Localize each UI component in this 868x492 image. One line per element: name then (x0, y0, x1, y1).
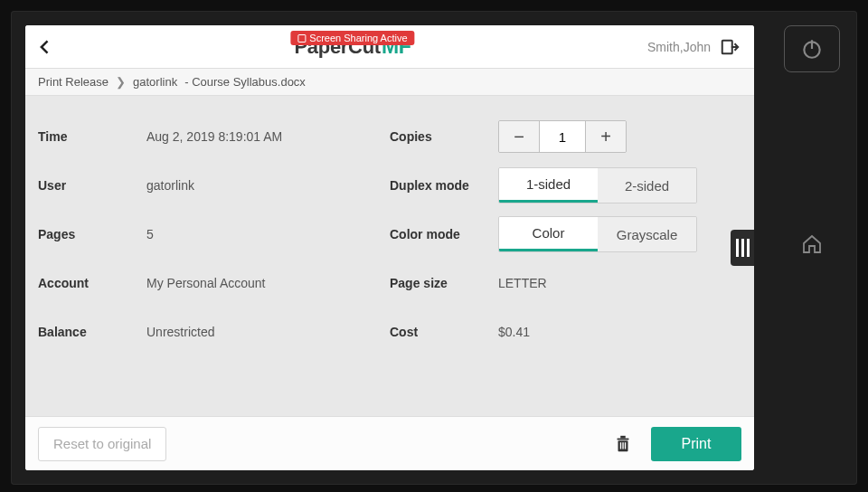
svg-rect-4 (618, 438, 629, 440)
pages-value: 5 (146, 227, 154, 241)
svg-rect-5 (620, 435, 626, 438)
time-value: Aug 2, 2019 8:19:01 AM (146, 129, 282, 144)
screen-share-badge: Screen Sharing Active (290, 31, 414, 45)
breadcrumb: Print Release ❯ gatorlink - Course Sylla… (25, 69, 754, 96)
power-button[interactable] (784, 25, 840, 72)
duplex-label: Duplex mode (390, 178, 498, 193)
cost-value: $0.41 (498, 325, 530, 339)
chevron-right-icon: ❯ (116, 75, 126, 89)
color-label: Color mode (390, 227, 498, 241)
screen-share-label: Screen Sharing Active (309, 33, 407, 43)
app-window: Screen Sharing Active PaperCutMF Smith,J… (25, 25, 754, 470)
color-toggle: Color Grayscale (498, 216, 697, 252)
crumb-doc: - Course Syllabus.docx (184, 75, 306, 89)
pagesize-value: LETTER (498, 276, 547, 290)
svg-rect-7 (622, 442, 623, 449)
copies-decrement[interactable]: − (499, 121, 539, 152)
svg-rect-8 (625, 442, 626, 449)
duplex-toggle: 1-sided 2-sided (498, 167, 697, 203)
header: Screen Sharing Active PaperCutMF Smith,J… (25, 25, 754, 69)
options-column: Copies − 1 + Duplex mode 1-sided 2-sided (390, 112, 741, 416)
account-value: My Personal Account (146, 276, 266, 290)
color-grayscale[interactable]: Grayscale (598, 217, 696, 251)
copies-label: Copies (390, 129, 498, 144)
home-button[interactable] (794, 226, 830, 262)
logout-button[interactable] (720, 35, 743, 59)
svg-rect-6 (620, 442, 621, 449)
user-value: gatorlink (146, 178, 194, 193)
content: TimeAug 2, 2019 8:19:01 AM Usergatorlink… (25, 96, 754, 416)
side-drawer-handle[interactable] (731, 230, 754, 266)
screen-icon (297, 34, 306, 43)
balance-value: Unrestricted (146, 325, 214, 339)
balance-label: Balance (38, 325, 146, 339)
cost-label: Cost (390, 325, 498, 339)
account-label: Account (38, 276, 146, 290)
svg-rect-2 (722, 40, 732, 53)
copies-value: 1 (539, 121, 586, 152)
copies-increment[interactable]: + (586, 121, 626, 152)
back-button[interactable] (36, 33, 58, 61)
color-color[interactable]: Color (499, 217, 598, 251)
crumb-user[interactable]: gatorlink (133, 75, 177, 89)
username-label: Smith,John (647, 40, 711, 54)
copies-stepper: − 1 + (498, 120, 627, 153)
reset-button[interactable]: Reset to original (38, 427, 166, 461)
pages-label: Pages (38, 227, 146, 241)
delete-button[interactable] (609, 430, 637, 458)
duplex-1sided[interactable]: 1-sided (499, 168, 598, 203)
duplex-2sided[interactable]: 2-sided (598, 168, 696, 203)
time-label: Time (38, 129, 146, 144)
footer: Reset to original Print (25, 416, 754, 470)
details-column: TimeAug 2, 2019 8:19:01 AM Usergatorlink… (38, 112, 390, 416)
print-button[interactable]: Print (651, 427, 741, 461)
crumb-root[interactable]: Print Release (38, 75, 108, 89)
user-label: User (38, 178, 146, 193)
pagesize-label: Page size (390, 276, 498, 290)
